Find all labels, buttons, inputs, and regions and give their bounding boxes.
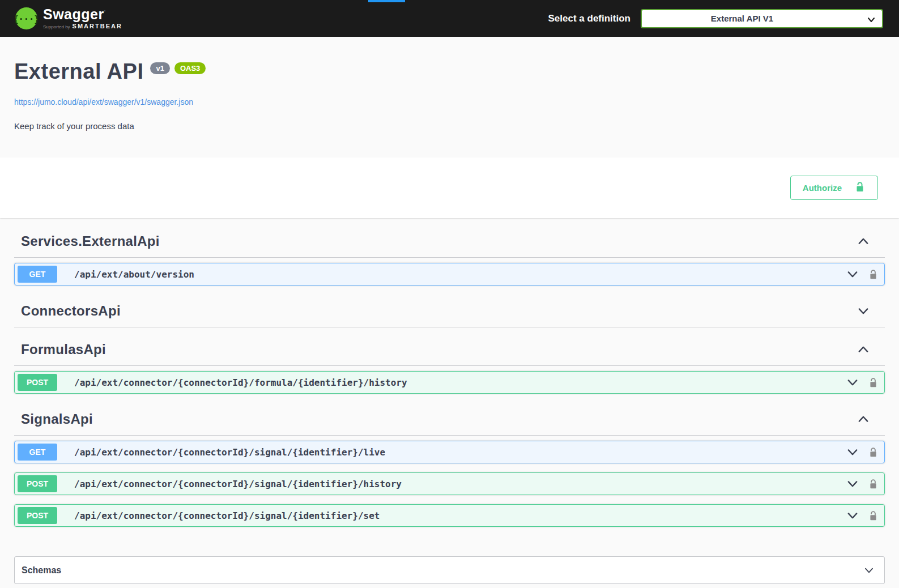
definition-select[interactable]: External API V1: [641, 9, 883, 28]
top-loading-bar: [368, 0, 405, 2]
chevron-up-icon: [857, 235, 870, 248]
chevron-down-icon: [866, 14, 877, 25]
supported-by-label: Supported by: [43, 25, 70, 29]
operation-row[interactable]: POST /api/ext/connector/{connectorId}/si…: [14, 504, 885, 527]
chevron-down-icon: [846, 445, 859, 459]
section-signalsapi: SignalsApi GET /api/ext/connector/{conne…: [14, 403, 885, 527]
chevron-up-icon: [857, 412, 870, 426]
scheme-container: Authorize: [0, 157, 899, 218]
method-badge: POST: [18, 475, 57, 492]
svg-text:{···}: {···}: [15, 14, 38, 24]
swagger-logo-icon: {···}: [15, 7, 38, 30]
section-services-externalapi: Services.ExternalApi GET /api/ext/about/…: [14, 225, 885, 286]
authorize-button-label: Authorize: [803, 183, 842, 193]
operation-auth-lock-icon[interactable]: [868, 447, 878, 458]
chevron-down-icon: [846, 267, 859, 281]
operation-row[interactable]: GET /api/ext/about/version: [14, 263, 885, 286]
section-header-signalsapi[interactable]: SignalsApi: [14, 403, 885, 436]
section-formulasapi: FormulasApi POST /api/ext/connector/{con…: [14, 333, 885, 394]
operation-path: /api/ext/connector/{connectorId}/signal/…: [74, 447, 846, 458]
section-title: ConnectorsApi: [21, 303, 121, 319]
authorize-button[interactable]: Authorize: [790, 176, 878, 200]
section-connectorsapi: ConnectorsApi: [14, 295, 885, 327]
unlock-icon: [854, 181, 866, 194]
chevron-up-icon: [857, 343, 870, 356]
operation-row[interactable]: POST /api/ext/connector/{connectorId}/si…: [14, 472, 885, 495]
chevron-down-icon: [846, 477, 859, 491]
version-badge: v1: [150, 62, 169, 74]
section-header-formulasapi[interactable]: FormulasApi: [14, 333, 885, 366]
operation-path: /api/ext/connector/{connectorId}/formula…: [74, 377, 846, 388]
swagger-logo[interactable]: {···} Swagger. Supported by SMARTBEAR: [15, 7, 122, 30]
info-section: External API v1 OAS3 https://jumo.cloud/…: [0, 37, 899, 157]
section-title: SignalsApi: [21, 411, 93, 427]
spec-url-link[interactable]: https://jumo.cloud/api/ext/swagger/v1/sw…: [14, 97, 193, 106]
schemas-section-header[interactable]: Schemas: [14, 556, 885, 584]
logo-trademark: .: [104, 7, 106, 12]
smartbear-label: SMARTBEAR: [73, 23, 122, 29]
operation-row[interactable]: POST /api/ext/connector/{connectorId}/fo…: [14, 371, 885, 394]
section-header-connectorsapi[interactable]: ConnectorsApi: [14, 295, 885, 327]
section-title: Services.ExternalApi: [21, 233, 160, 249]
operation-auth-lock-icon[interactable]: [868, 479, 878, 489]
topbar: {···} Swagger. Supported by SMARTBEAR Se…: [0, 0, 899, 37]
page-title: External API: [14, 61, 143, 82]
definition-area: Select a definition External API V1: [548, 9, 883, 28]
chevron-down-icon: [863, 564, 875, 577]
logo-title: Swagger.: [43, 7, 122, 22]
method-badge: POST: [18, 374, 57, 391]
method-badge: GET: [18, 266, 57, 283]
definition-select-value: External API V1: [711, 14, 773, 23]
operation-path: /api/ext/connector/{connectorId}/signal/…: [74, 510, 846, 521]
schemas-title: Schemas: [22, 565, 61, 576]
section-header-services-externalapi[interactable]: Services.ExternalApi: [14, 225, 885, 258]
operation-path: /api/ext/about/version: [74, 269, 846, 280]
operation-auth-lock-icon[interactable]: [868, 377, 878, 388]
operation-auth-lock-icon[interactable]: [868, 269, 878, 280]
operation-auth-lock-icon[interactable]: [868, 510, 878, 521]
operation-path: /api/ext/connector/{connectorId}/signal/…: [74, 479, 846, 489]
method-badge: POST: [18, 507, 57, 524]
section-title: FormulasApi: [21, 342, 106, 357]
chevron-down-icon: [857, 304, 870, 318]
chevron-down-icon: [846, 509, 859, 522]
chevron-down-icon: [846, 376, 859, 389]
method-badge: GET: [18, 444, 57, 461]
select-definition-label: Select a definition: [548, 13, 630, 24]
operations-list: Services.ExternalApi GET /api/ext/about/…: [0, 218, 899, 584]
operation-row[interactable]: GET /api/ext/connector/{connectorId}/sig…: [14, 441, 885, 463]
oas3-badge: OAS3: [174, 62, 206, 74]
api-description: Keep track of your process data: [14, 121, 885, 131]
